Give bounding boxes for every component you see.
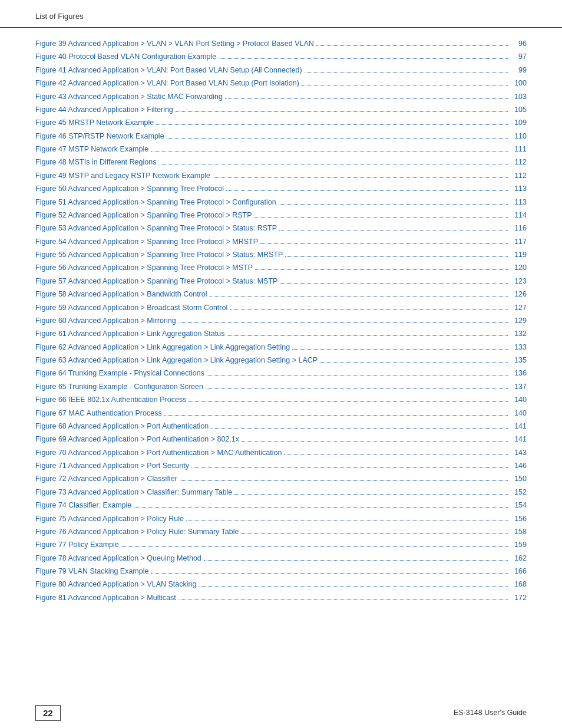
toc-link[interactable]: Figure 77 Policy Example — [35, 539, 119, 551]
toc-page-number: 162 — [510, 553, 527, 564]
toc-link[interactable]: Figure 66 IEEE 802.1x Authentication Pro… — [35, 394, 186, 406]
toc-link[interactable]: Figure 45 MRSTP Network Example — [35, 117, 154, 129]
toc-page-number: 99 — [510, 65, 527, 76]
toc-entry: Figure 53 Advanced Application > Spannin… — [35, 223, 527, 234]
toc-dots — [199, 586, 508, 587]
toc-entry: Figure 44 Advanced Application > Filteri… — [35, 104, 527, 116]
toc-link[interactable]: Figure 53 Advanced Application > Spannin… — [35, 223, 277, 234]
toc-entry: Figure 63 Advanced Application > Link Ag… — [35, 355, 527, 366]
toc-link[interactable]: Figure 75 Advanced Application > Policy … — [35, 513, 184, 525]
toc-entry: Figure 54 Advanced Application > Spannin… — [35, 236, 527, 248]
toc-dots — [156, 124, 508, 125]
toc-page-number: 136 — [510, 368, 527, 379]
toc-dots — [279, 204, 508, 205]
toc-link[interactable]: Figure 81 Advanced Application > Multica… — [35, 592, 176, 604]
toc-link[interactable]: Figure 58 Advanced Application > Bandwid… — [35, 289, 207, 300]
toc-link[interactable]: Figure 42 Advanced Application > VLAN: P… — [35, 78, 299, 89]
toc-link[interactable]: Figure 56 Advanced Application > Spannin… — [35, 262, 253, 274]
toc-dots — [320, 362, 508, 363]
toc-dots — [186, 521, 508, 521]
toc-dots — [316, 45, 508, 46]
toc-page-number: 140 — [510, 408, 527, 419]
toc-dots — [305, 72, 508, 73]
toc-link[interactable]: Figure 79 VLAN Stacking Example — [35, 566, 148, 577]
toc-link[interactable]: Figure 48 MSTIs in Different Regions — [35, 157, 156, 168]
toc-dots — [178, 599, 508, 600]
toc-page-number: 97 — [510, 51, 527, 62]
page-number: 22 — [35, 705, 61, 721]
toc-link[interactable]: Figure 74 Classifier: Example — [35, 500, 131, 511]
toc-link[interactable]: Figure 60 Advanced Application > Mirrori… — [35, 315, 176, 327]
toc-page-number: 110 — [510, 131, 527, 142]
toc-link[interactable]: Figure 40 Protocol Based VLAN Configurat… — [35, 51, 216, 62]
toc-page-number: 141 — [510, 421, 527, 432]
toc-entry: Figure 51 Advanced Application > Spannin… — [35, 197, 527, 208]
toc-link[interactable]: Figure 54 Advanced Application > Spannin… — [35, 236, 258, 248]
toc-page-number: 146 — [510, 460, 527, 472]
toc-page-number: 158 — [510, 526, 527, 538]
toc-dots — [176, 111, 508, 112]
toc-page-number: 111 — [510, 144, 527, 155]
toc-entry: Figure 59 Advanced Application > Broadca… — [35, 302, 527, 314]
toc-dots — [234, 494, 508, 495]
toc-link[interactable]: Figure 65 Trunking Example - Configurati… — [35, 381, 203, 393]
toc-dots — [204, 560, 508, 561]
toc-entry: Figure 48 MSTIs in Different Regions112 — [35, 157, 527, 168]
toc-link[interactable]: Figure 70 Advanced Application > Port Au… — [35, 447, 282, 459]
toc-page-number: 119 — [510, 249, 527, 261]
toc-link[interactable]: Figure 52 Advanced Application > Spannin… — [35, 210, 252, 221]
toc-link[interactable]: Figure 43 Advanced Application > Static … — [35, 91, 223, 103]
toc-page-number: 100 — [510, 78, 527, 89]
toc-dots — [151, 573, 508, 574]
toc-entry: Figure 45 MRSTP Network Example109 — [35, 117, 527, 129]
toc-page-number: 166 — [510, 566, 527, 577]
toc-link[interactable]: Figure 62 Advanced Application > Link Ag… — [35, 342, 290, 353]
toc-link[interactable]: Figure 47 MSTP Network Example — [35, 144, 148, 155]
toc-link[interactable]: Figure 72 Advanced Application > Classif… — [35, 473, 177, 485]
toc-link[interactable]: Figure 51 Advanced Application > Spannin… — [35, 197, 276, 208]
toc-link[interactable]: Figure 46 STP/RSTP Network Example — [35, 131, 164, 142]
toc-entry: Figure 77 Policy Example159 — [35, 539, 527, 551]
toc-dots — [260, 243, 508, 244]
toc-link[interactable]: Figure 50 Advanced Application > Spannin… — [35, 183, 224, 195]
toc-entry: Figure 46 STP/RSTP Network Example110 — [35, 131, 527, 142]
toc-link[interactable]: Figure 76 Advanced Application > Policy … — [35, 526, 239, 538]
toc-entry: Figure 80 Advanced Application > VLAN St… — [35, 579, 527, 590]
toc-link[interactable]: Figure 39 Advanced Application > VLAN > … — [35, 38, 314, 50]
toc-page-number: 109 — [510, 117, 527, 129]
toc-link[interactable]: Figure 59 Advanced Application > Broadca… — [35, 302, 227, 314]
toc-page-number: 126 — [510, 289, 527, 300]
toc-entry: Figure 58 Advanced Application > Bandwid… — [35, 289, 527, 300]
toc-link[interactable]: Figure 80 Advanced Application > VLAN St… — [35, 579, 196, 590]
page-header: List of Figures — [0, 0, 562, 28]
toc-page-number: 152 — [510, 487, 527, 498]
toc-page-number: 116 — [510, 223, 527, 234]
toc-link[interactable]: Figure 69 Advanced Application > Port Au… — [35, 434, 239, 445]
toc-link[interactable]: Figure 64 Trunking Example - Physical Co… — [35, 368, 204, 379]
toc-link[interactable]: Figure 41 Advanced Application > VLAN: P… — [35, 65, 302, 76]
toc-entry: Figure 65 Trunking Example - Configurati… — [35, 381, 527, 393]
toc-link[interactable]: Figure 63 Advanced Application > Link Ag… — [35, 355, 318, 366]
toc-link[interactable]: Figure 67 MAC Authentication Process — [35, 408, 162, 419]
toc-link[interactable]: Figure 44 Advanced Application > Filteri… — [35, 104, 173, 116]
toc-page-number: 105 — [510, 104, 527, 116]
toc-link[interactable]: Figure 57 Advanced Application > Spannin… — [35, 276, 277, 287]
toc-page-number: 159 — [510, 539, 527, 551]
toc-link[interactable]: Figure 61 Advanced Application > Link Ag… — [35, 328, 224, 340]
toc-link[interactable]: Figure 78 Advanced Application > Queuing… — [35, 553, 201, 564]
toc-link[interactable]: Figure 68 Advanced Application > Port Au… — [35, 421, 209, 432]
toc-link[interactable]: Figure 73 Advanced Application > Classif… — [35, 487, 232, 498]
toc-link[interactable]: Figure 71 Advanced Application > Port Se… — [35, 460, 189, 472]
toc-link[interactable]: Figure 55 Advanced Application > Spannin… — [35, 249, 283, 261]
toc-page-number: 96 — [510, 38, 527, 50]
toc-link[interactable]: Figure 49 MSTP and Legacy RSTP Network E… — [35, 170, 210, 182]
toc-entry: Figure 47 MSTP Network Example111 — [35, 144, 527, 155]
toc-dots — [242, 441, 508, 442]
toc-entry: Figure 57 Advanced Application > Spannin… — [35, 276, 527, 287]
toc-entry: Figure 61 Advanced Application > Link Ag… — [35, 328, 527, 340]
toc-page-number: 168 — [510, 579, 527, 590]
toc-dots — [213, 177, 508, 178]
toc-entry: Figure 72 Advanced Application > Classif… — [35, 473, 527, 485]
header-title: List of Figures — [35, 12, 84, 21]
toc-page-number: 117 — [510, 236, 527, 248]
